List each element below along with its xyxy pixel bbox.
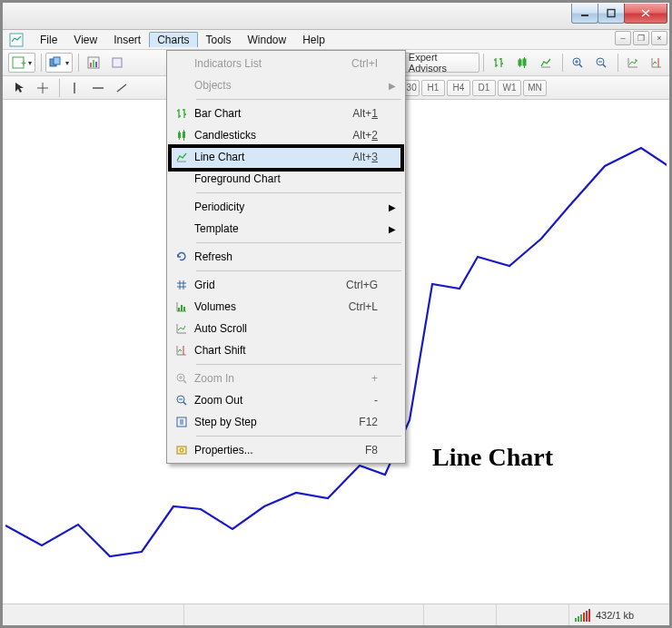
cursor-tool[interactable]: [8, 78, 30, 98]
bar-chart-button[interactable]: [488, 53, 509, 73]
svg-rect-1: [608, 9, 615, 16]
refresh-icon: [169, 250, 194, 263]
new-chart-button[interactable]: + ▾: [8, 53, 35, 73]
menu-insert[interactable]: Insert: [105, 32, 149, 48]
bar-chart-icon: [169, 107, 194, 120]
zoom-in-button[interactable]: [567, 53, 588, 73]
crosshair-tool[interactable]: [32, 78, 54, 98]
tf-w1[interactable]: W1: [498, 80, 521, 96]
market-watch-button[interactable]: [83, 53, 104, 73]
svg-rect-23: [183, 307, 185, 311]
menu-tools[interactable]: Tools: [198, 32, 240, 48]
chartshift-button[interactable]: [646, 53, 667, 73]
menu-indicators-list[interactable]: Indicators List Ctrl+I: [169, 53, 403, 74]
svg-rect-16: [523, 59, 526, 65]
menu-properties[interactable]: Properties... F8: [169, 439, 403, 461]
svg-rect-27: [177, 446, 186, 454]
maximize-button[interactable]: [598, 4, 625, 24]
svg-rect-9: [93, 60, 94, 67]
menu-periodicity[interactable]: Periodicity ▶: [169, 196, 403, 218]
tf-h4[interactable]: H4: [447, 80, 470, 96]
mdi-restore[interactable]: ❐: [633, 31, 649, 45]
svg-text:+: +: [21, 58, 26, 68]
properties-icon: [169, 444, 194, 456]
expert-advisors-label: Expert Advisors: [409, 52, 471, 74]
svg-rect-10: [95, 62, 97, 67]
menu-bar-chart[interactable]: Bar Chart Alt+1: [169, 103, 403, 124]
menubar: File View Insert Charts Tools Window Hel…: [3, 30, 669, 50]
svg-rect-21: [178, 308, 180, 311]
profiles-button[interactable]: ▾: [45, 53, 73, 73]
menu-charts[interactable]: Charts: [149, 32, 197, 47]
menu-autoscroll[interactable]: Auto Scroll: [169, 318, 403, 339]
step-icon: [169, 416, 194, 428]
zoom-in-icon: [169, 372, 194, 385]
svg-rect-6: [54, 57, 60, 64]
menu-zoom-in[interactable]: Zoom In +: [169, 368, 403, 389]
submenu-arrow-icon: ▶: [389, 202, 396, 212]
status-kb: 432/1 kb: [596, 610, 634, 621]
svg-rect-8: [90, 63, 92, 67]
tf-d1[interactable]: D1: [472, 80, 496, 96]
menu-view[interactable]: View: [65, 32, 105, 48]
app-icon: [8, 32, 25, 48]
zoom-out-button[interactable]: [590, 53, 612, 73]
zoom-out-icon: [169, 394, 194, 407]
menu-refresh[interactable]: Refresh: [169, 246, 403, 268]
chartshift-icon: [169, 344, 194, 357]
svg-rect-11: [113, 58, 122, 67]
candle-icon: [169, 129, 194, 142]
line-chart-button[interactable]: [535, 53, 557, 73]
grid-icon: [169, 279, 194, 291]
svg-rect-22: [181, 305, 183, 311]
chart-annotation: Line Chart: [432, 443, 553, 472]
connection-icon: [575, 609, 590, 622]
mdi-close[interactable]: ×: [651, 31, 667, 45]
svg-rect-0: [581, 15, 588, 16]
line-chart-icon: [169, 151, 194, 163]
mdi-minimize[interactable]: –: [615, 31, 631, 45]
hline-tool[interactable]: [87, 78, 109, 98]
menu-step-by-step[interactable]: Step by Step F12: [169, 411, 403, 433]
statusbar: 432/1 kb: [3, 603, 669, 625]
nav-button-1[interactable]: [106, 53, 128, 73]
tf-h1[interactable]: H1: [421, 80, 445, 96]
menu-foreground-chart[interactable]: Foreground Chart: [169, 168, 403, 190]
menu-window[interactable]: Window: [240, 32, 295, 48]
window-controls: [572, 4, 667, 24]
menu-objects[interactable]: Objects ▶: [169, 74, 403, 96]
menu-help[interactable]: Help: [294, 32, 333, 48]
submenu-arrow-icon: ▶: [389, 81, 396, 91]
menu-grid[interactable]: Grid Ctrl+G: [169, 274, 403, 296]
tf-mn[interactable]: MN: [523, 80, 547, 96]
menu-template[interactable]: Template ▶: [169, 218, 403, 240]
menu-volumes[interactable]: Volumes Ctrl+L: [169, 296, 403, 318]
svg-rect-15: [519, 60, 521, 65]
close-button[interactable]: [624, 4, 667, 24]
app-window: File View Insert Charts Tools Window Hel…: [0, 0, 672, 628]
minimize-button[interactable]: [571, 4, 598, 24]
menu-chartshift[interactable]: Chart Shift: [169, 339, 403, 361]
autoscroll-button[interactable]: [622, 53, 644, 73]
mdi-controls: – ❐ ×: [613, 31, 667, 45]
menu-zoom-out[interactable]: Zoom Out -: [169, 389, 403, 411]
candle-chart-button[interactable]: [511, 53, 533, 73]
autoscroll-icon: [169, 322, 194, 335]
titlebar: [3, 3, 669, 30]
charts-dropdown: Indicators List Ctrl+I Objects ▶ Bar Cha…: [166, 50, 406, 464]
trendline-tool[interactable]: [111, 78, 133, 98]
menu-line-chart[interactable]: Line Chart Alt+3: [168, 145, 404, 169]
submenu-arrow-icon: ▶: [389, 224, 396, 234]
vline-tool[interactable]: [64, 78, 85, 98]
menu-file[interactable]: File: [32, 32, 65, 48]
volumes-icon: [169, 300, 194, 313]
menu-candlesticks[interactable]: Candlesticks Alt+2: [169, 124, 403, 146]
